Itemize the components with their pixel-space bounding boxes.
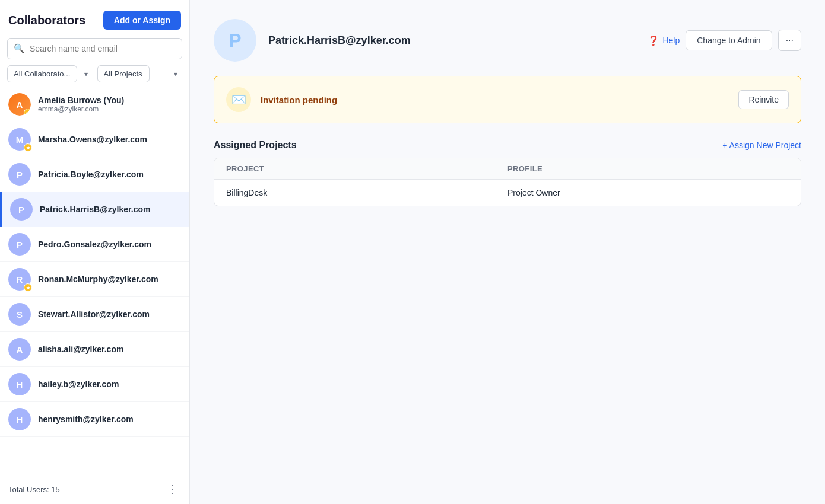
collaborator-list: A ★ Amelia Burrows (You) emma@zylker.com… <box>0 87 189 474</box>
collab-name: Ronan.McMurphy@zylker.com <box>38 275 181 284</box>
table-header-row: Project Profile <box>214 158 801 180</box>
star-badge: ★ <box>24 283 32 292</box>
collab-info: Pedro.Gonsalez@zylker.com <box>38 240 181 249</box>
help-circle-icon: ❓ <box>648 35 659 46</box>
avatar: R ★ <box>8 268 31 291</box>
collab-name: Patricia.Boyle@zylker.com <box>38 170 181 179</box>
collaborator-item-stewart[interactable]: S Stewart.Allistor@zylker.com <box>0 297 189 332</box>
invite-icon: ✉️ <box>226 87 251 112</box>
avatar: P <box>10 198 33 221</box>
collaborator-item-alisha[interactable]: A alisha.ali@zylker.com <box>0 332 189 367</box>
collaborator-item-ronan[interactable]: R ★ Ronan.McMurphy@zylker.com <box>0 262 189 297</box>
reinvite-button[interactable]: Reinvite <box>738 90 789 109</box>
avatar: A <box>8 338 31 361</box>
star-badge: ★ <box>24 143 32 152</box>
collaborator-item-patrick[interactable]: P Patrick.HarrisB@zylker.com <box>0 192 189 227</box>
user-big-avatar: P <box>214 19 256 62</box>
add-assign-button[interactable]: Add or Assign <box>103 11 181 30</box>
avatar: M ★ <box>8 128 31 151</box>
collab-info: Patricia.Boyle@zylker.com <box>38 170 181 179</box>
collab-info: henrysmith@zylker.com <box>38 414 181 424</box>
collaborator-item-amelia[interactable]: A ★ Amelia Burrows (You) emma@zylker.com <box>0 87 189 122</box>
search-input[interactable] <box>30 44 176 53</box>
avatar-initials: P <box>18 205 24 215</box>
profile-cell: Project Owner <box>507 188 789 197</box>
assigned-projects-header: Assigned Projects + Assign New Project <box>214 140 801 151</box>
sidebar-title: Collaborators <box>8 14 96 27</box>
collaborators-filter-wrapper: All Collaborato... <box>7 65 93 82</box>
search-bar: 🔍 <box>7 38 182 59</box>
avatar: P <box>8 233 31 256</box>
projects-filter[interactable]: All Projects <box>97 65 150 82</box>
avatar-initials: S <box>17 310 23 320</box>
project-name-cell: BillingDesk <box>226 188 507 197</box>
collab-info: Ronan.McMurphy@zylker.com <box>38 275 181 284</box>
collab-info: hailey.b@zylker.com <box>38 379 181 389</box>
collab-name: hailey.b@zylker.com <box>38 379 181 389</box>
sidebar-more-button[interactable]: ⋮ <box>163 481 181 497</box>
projects-table: Project Profile BillingDesk Project Owne… <box>214 158 801 206</box>
avatar-initials: H <box>17 379 23 390</box>
avatar-initials: P <box>17 240 23 250</box>
avatar-initials: M <box>16 135 24 145</box>
avatar-initials: A <box>17 344 23 355</box>
sidebar-footer: Total Users: 15 ⋮ <box>0 474 189 504</box>
collab-info: Patrick.HarrisB@zylker.com <box>40 205 181 214</box>
avatar-initials: R <box>17 275 23 285</box>
avatar: H <box>8 373 31 395</box>
collaborator-item-marsha[interactable]: M ★ Marsha.Owens@zylker.com <box>0 122 189 157</box>
collab-name: Patrick.HarrisB@zylker.com <box>40 205 181 214</box>
user-email: Patrick.HarrisB@zylker.com <box>268 34 411 47</box>
collaborator-item-hailey[interactable]: H hailey.b@zylker.com <box>0 367 189 402</box>
main-content: P Patrick.HarrisB@zylker.com ❓ Help Chan… <box>190 0 825 504</box>
collab-info: alisha.ali@zylker.com <box>38 344 181 354</box>
avatar-initials: H <box>17 414 23 425</box>
search-icon: 🔍 <box>14 43 25 54</box>
collab-name: Stewart.Allistor@zylker.com <box>38 310 181 319</box>
collaborator-item-pedro[interactable]: P Pedro.Gonsalez@zylker.com <box>0 227 189 262</box>
collaborator-item-patricia[interactable]: P Patricia.Boyle@zylker.com <box>0 157 189 192</box>
invitation-status-text: Invitation pending <box>261 95 729 105</box>
collab-name: henrysmith@zylker.com <box>38 414 181 424</box>
collaborators-filter[interactable]: All Collaborato... <box>7 65 77 82</box>
collab-name: Pedro.Gonsalez@zylker.com <box>38 240 181 249</box>
total-users-label: Total Users: 15 <box>8 485 60 494</box>
avatar: H <box>8 408 31 430</box>
help-link[interactable]: ❓ Help <box>648 35 680 46</box>
more-actions-button[interactable]: ··· <box>778 30 801 51</box>
collab-info: Marsha.Owens@zylker.com <box>38 135 181 144</box>
avatar: P <box>8 163 31 186</box>
collab-email: emma@zylker.com <box>38 105 181 113</box>
project-column-header: Project <box>226 164 507 173</box>
star-badge: ★ <box>24 109 31 116</box>
collab-info: Amelia Burrows (You) emma@zylker.com <box>38 95 181 113</box>
avatar: S <box>8 303 31 326</box>
assigned-projects-title: Assigned Projects <box>214 140 297 151</box>
user-header: P Patrick.HarrisB@zylker.com ❓ Help Chan… <box>214 19 801 62</box>
collab-name: Amelia Burrows (You) <box>38 95 181 105</box>
collab-name: Marsha.Owens@zylker.com <box>38 135 181 144</box>
collab-name: alisha.ali@zylker.com <box>38 344 181 354</box>
filter-row: All Collaborato... All Projects <box>7 65 182 82</box>
collab-info: Stewart.Allistor@zylker.com <box>38 310 181 319</box>
change-to-admin-button[interactable]: Change to Admin <box>686 30 772 50</box>
avatar-initials: P <box>17 170 23 180</box>
invitation-banner: ✉️ Invitation pending Reinvite <box>214 76 801 123</box>
user-header-left: P Patrick.HarrisB@zylker.com <box>214 19 411 62</box>
assign-new-project-link[interactable]: + Assign New Project <box>722 141 801 150</box>
projects-filter-wrapper: All Projects <box>97 65 183 82</box>
sidebar: Collaborators Add or Assign 🔍 All Collab… <box>0 0 190 504</box>
user-header-actions: ❓ Help Change to Admin ··· <box>648 30 801 51</box>
table-row: BillingDesk Project Owner <box>214 180 801 206</box>
avatar: A ★ <box>8 93 31 116</box>
collaborator-item-henrysmith[interactable]: H henrysmith@zylker.com <box>0 402 189 437</box>
profile-column-header: Profile <box>507 164 789 173</box>
sidebar-header: Collaborators Add or Assign <box>0 0 189 38</box>
